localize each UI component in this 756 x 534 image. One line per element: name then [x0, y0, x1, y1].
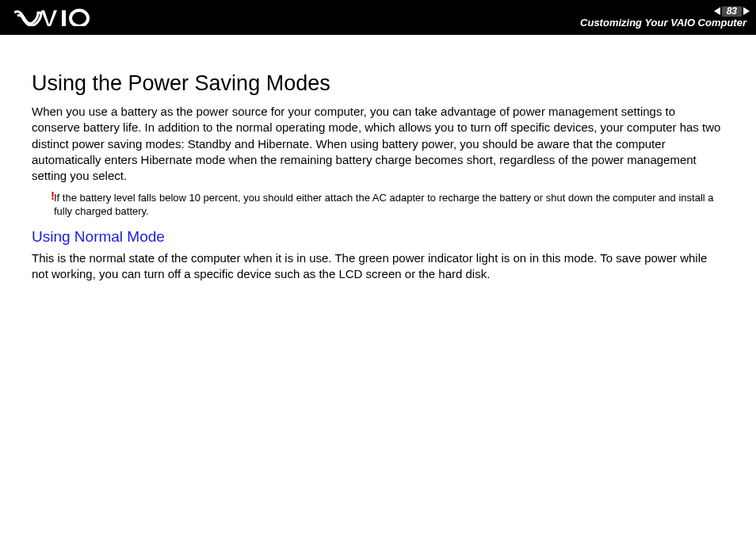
- normal-mode-paragraph: This is the normal state of the computer…: [32, 250, 724, 283]
- page-number: 83: [722, 6, 742, 17]
- subheading-normal-mode: Using Normal Mode: [32, 228, 724, 246]
- svg-rect-0: [62, 10, 66, 26]
- page-content: Using the Power Saving Modes When you us…: [0, 35, 756, 283]
- warning-note: ! If the battery level falls below 10 pe…: [32, 192, 724, 219]
- vaio-logo-icon: [14, 9, 90, 26]
- nav-next-icon[interactable]: [743, 7, 750, 15]
- vaio-logo: [14, 9, 90, 26]
- nav-prev-icon[interactable]: [714, 7, 720, 15]
- page-nav: 83: [714, 6, 750, 17]
- header-right: 83 Customizing Your VAIO Computer: [580, 6, 750, 29]
- page-title: Using the Power Saving Modes: [32, 71, 724, 96]
- breadcrumb: Customizing Your VAIO Computer: [580, 17, 750, 29]
- svg-point-1: [71, 10, 88, 26]
- page-header: 83 Customizing Your VAIO Computer: [0, 0, 756, 35]
- warning-text: If the battery level falls below 10 perc…: [54, 192, 724, 219]
- intro-paragraph: When you use a battery as the power sour…: [32, 104, 724, 184]
